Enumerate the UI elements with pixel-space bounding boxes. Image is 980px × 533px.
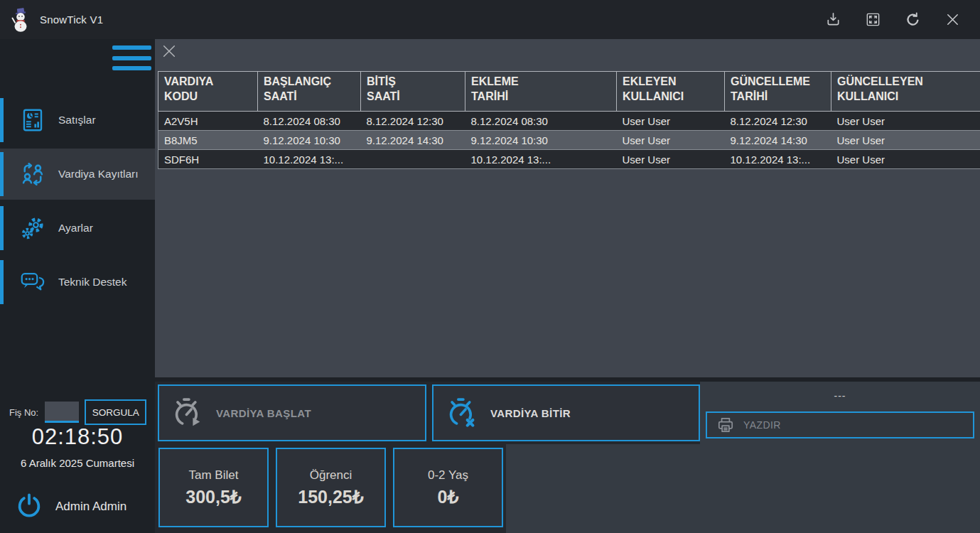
menu-toggle-button[interactable] [112, 45, 151, 70]
ticket-ogrenci-button[interactable]: Öğrenci 150,25₺ [276, 448, 386, 527]
table-cell: 9.12.2024 14:30 [361, 131, 465, 150]
table-cell: User User [617, 150, 725, 169]
print-status: --- [834, 390, 846, 403]
snowman-logo-icon [10, 8, 31, 32]
table-cell: User User [617, 112, 725, 131]
table-cell: 9.12.2024 10:30 [465, 131, 617, 150]
table-cell: 8.12.2024 08:30 [465, 112, 617, 131]
shift-actions-panel: VARDİYA BAŞLAT VARDİYA BİTİR [155, 382, 700, 444]
bottom-panel: VARDİYA BAŞLAT VARDİYA BİTİR --- [155, 382, 980, 533]
grid-close-button[interactable] [160, 43, 178, 61]
table-row[interactable]: A2V5H8.12.2024 08:308.12.2024 12:308.12.… [158, 112, 980, 131]
download-button[interactable] [824, 11, 842, 29]
logout-button[interactable] [14, 492, 44, 522]
table-cell: User User [831, 150, 980, 169]
maximize-button[interactable] [863, 11, 882, 29]
print-panel: --- YAZDIR [700, 382, 980, 447]
table-cell: User User [831, 131, 980, 150]
ticket-tam-bilet-button[interactable]: Tam Bilet 300,5₺ [158, 448, 269, 527]
column-header[interactable]: BİTİŞSAATİ [361, 72, 465, 112]
clock: 02:18:50 [0, 424, 155, 450]
vardiya-bitir-button[interactable]: VARDİYA BİTİR [432, 384, 700, 441]
table-cell [361, 150, 465, 169]
sidebar-item-ayarlar[interactable]: Ayarlar [0, 203, 155, 254]
titlebar: SnowTick V1 [0, 0, 980, 39]
sidebar: Satışlar Vardiya Kayıtları [0, 39, 155, 533]
column-header[interactable]: VARDIYAKODU [158, 72, 258, 112]
user-row: Admin Admin [0, 487, 155, 527]
column-header[interactable]: BAŞLANGIÇSAATİ [258, 72, 361, 112]
printer-icon [716, 416, 735, 434]
table-cell: 8.12.2024 08:30 [258, 112, 361, 131]
table-cell: 10.12.2024 13:... [465, 150, 617, 169]
table-cell: 8.12.2024 12:30 [725, 112, 831, 131]
hamburger-icon [112, 45, 151, 50]
app-window: SnowTick V1 [0, 0, 980, 533]
sidebar-nav: Satışlar Vardiya Kayıtları [0, 95, 155, 311]
close-icon [161, 43, 177, 59]
grid-panel: VARDIYAKODUBAŞLANGIÇSAATİBİTİŞSAATİEKLEM… [155, 39, 980, 377]
sidebar-item-satislar[interactable]: Satışlar [0, 95, 155, 146]
ticket-0-2-yas-button[interactable]: 0-2 Yaş 0₺ [393, 448, 503, 527]
table-body: A2V5H8.12.2024 08:308.12.2024 12:308.12.… [158, 112, 980, 169]
fisno-label: Fiş No: [9, 407, 38, 418]
settings-gears-icon [20, 215, 45, 241]
column-header[interactable]: EKLEYENKULLANICI [617, 72, 725, 112]
support-chat-icon [20, 269, 45, 295]
close-window-button[interactable] [943, 11, 962, 29]
refresh-icon [905, 11, 921, 28]
stopwatch-x-icon [445, 396, 479, 430]
table-header-row: VARDIYAKODUBAŞLANGIÇSAATİBİTİŞSAATİEKLEM… [158, 72, 980, 112]
close-icon [944, 11, 961, 28]
table-row[interactable]: B8JM59.12.2024 10:309.12.2024 14:309.12.… [158, 131, 980, 150]
refresh-button[interactable] [903, 11, 922, 29]
sorgula-button[interactable]: SORGULA [85, 399, 146, 425]
fisno-input[interactable] [45, 402, 79, 423]
table-cell: B8JM5 [158, 131, 258, 150]
app-title: SnowTick V1 [40, 14, 103, 26]
column-header[interactable]: GÜNCELLEYENKULLANICI [831, 72, 980, 112]
table-cell: 10.12.2024 13:... [258, 150, 361, 169]
sidebar-item-teknik-destek[interactable]: Teknik Destek [0, 257, 155, 308]
column-header[interactable]: EKLEMETARİHİ [465, 72, 617, 112]
power-icon [15, 492, 43, 520]
ticket-panel: Tam Bilet 300,5₺ Öğrenci 150,25₺ 0-2 Yaş… [155, 444, 506, 533]
sidebar-item-label: Ayarlar [58, 222, 93, 235]
download-icon [825, 11, 841, 28]
table-cell: SDF6H [158, 150, 258, 169]
sidebar-item-label: Teknik Destek [58, 276, 126, 289]
sidebar-item-label: Vardiya Kayıtları [58, 168, 139, 181]
window-controls [824, 11, 980, 29]
vardiya-baslat-button[interactable]: VARDİYA BAŞLAT [158, 384, 426, 441]
date: 6 Aralık 2025 Cumartesi [0, 457, 155, 469]
stopwatch-play-icon [171, 396, 205, 430]
table-cell: User User [617, 131, 725, 150]
yazdir-button[interactable]: YAZDIR [706, 411, 974, 438]
table-row[interactable]: SDF6H10.12.2024 13:...10.12.2024 13:...U… [158, 150, 980, 169]
maximize-icon [865, 11, 881, 28]
table-header-row: VARDIYAKODUBAŞLANGIÇSAATİBİTİŞSAATİEKLEM… [158, 72, 980, 112]
shift-table: VARDIYAKODUBAŞLANGIÇSAATİBİTİŞSAATİEKLEM… [158, 71, 980, 169]
table-cell: 8.12.2024 12:30 [361, 112, 465, 131]
receipt-query-row: Fiş No: SORGULA [0, 398, 155, 426]
column-header[interactable]: GÜNCELLEMETARİHİ [725, 72, 831, 112]
shift-records-icon [20, 161, 45, 187]
table-cell: User User [831, 112, 980, 131]
table-cell: A2V5H [158, 112, 258, 131]
table-cell: 9.12.2024 14:30 [725, 131, 831, 150]
table-cell: 9.12.2024 10:30 [258, 131, 361, 150]
sales-report-icon [20, 107, 45, 133]
sidebar-item-vardiya-kayitlari[interactable]: Vardiya Kayıtları [0, 149, 155, 200]
user-name: Admin Admin [55, 500, 126, 514]
table-cell: 10.12.2024 13:... [725, 150, 831, 169]
sidebar-item-label: Satışlar [58, 114, 96, 126]
main-area: VARDIYAKODUBAŞLANGIÇSAATİBİTİŞSAATİEKLEM… [155, 39, 980, 533]
